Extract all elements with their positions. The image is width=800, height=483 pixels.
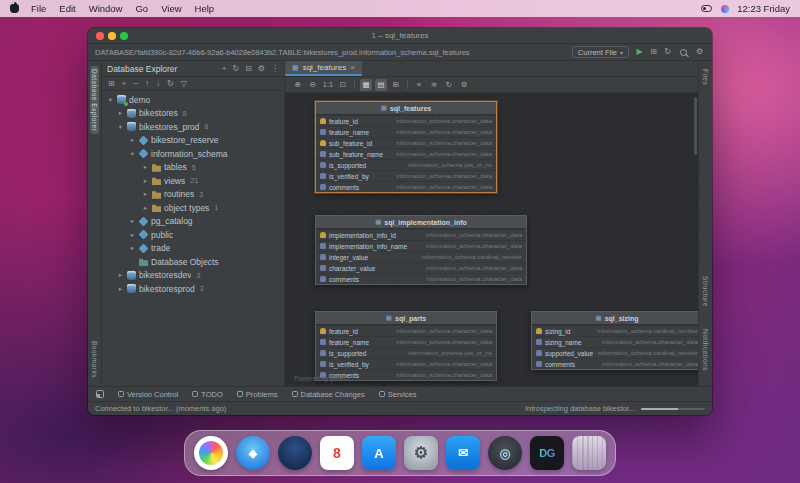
diagram-toolbar-icon[interactable]: ⊕ <box>292 79 304 91</box>
explorer-header-icon[interactable]: ⊟ <box>245 64 252 73</box>
dock-icon[interactable]: ✉ <box>446 436 480 470</box>
tree-item[interactable]: bikestore_reserve <box>102 134 284 148</box>
explorer-toolbar-icon[interactable]: ↑ <box>145 79 149 88</box>
table-column[interactable]: implementation_info_id information_schem… <box>316 229 526 240</box>
table-header[interactable]: sql_parts <box>316 312 496 325</box>
diagram-canvas[interactable]: sql_features feature_id information_sche… <box>285 93 698 386</box>
tree-item[interactable]: views 21 <box>102 174 284 188</box>
tree-item[interactable]: demo <box>102 93 284 107</box>
breadcrumb[interactable]: DATABASE/'fafd390c-82d7-46b6-92a6-b4028e… <box>95 48 567 57</box>
chevron-icon[interactable] <box>129 150 136 158</box>
tree-item[interactable]: public <box>102 228 284 242</box>
chevron-icon[interactable] <box>129 217 136 225</box>
table-column[interactable]: is_verified_by information_schema.charac… <box>316 358 496 369</box>
table-header[interactable]: sql_sizing <box>532 312 698 325</box>
explorer-toolbar-icon[interactable]: − <box>133 79 138 88</box>
tree-item[interactable]: tables 5 <box>102 161 284 175</box>
explorer-toolbar-icon[interactable]: ↻ <box>167 79 174 88</box>
table-column[interactable]: comments information_schema.character_da… <box>532 358 698 369</box>
table-column[interactable]: implementation_info_name information_sch… <box>316 240 526 251</box>
canvas-scrollbar[interactable] <box>694 97 697 155</box>
diagram-table-sql-features[interactable]: sql_features feature_id information_sche… <box>315 101 497 193</box>
window-titlebar[interactable]: 1 – sql_features <box>88 28 712 44</box>
tree-item[interactable]: pg_catalog <box>102 215 284 229</box>
toolwindow-toggle-icon[interactable] <box>96 390 104 398</box>
table-column[interactable]: supported_value information_schema.cardi… <box>532 347 698 358</box>
tree-item[interactable]: Database Objects <box>102 255 284 269</box>
diagram-table-sql-sizing[interactable]: sql_sizing sizing_id information_schema.… <box>531 311 698 370</box>
dock-icon[interactable] <box>194 436 228 470</box>
settings-gear-icon[interactable]: ⚙ <box>694 46 705 58</box>
diagram-toolbar-icon[interactable]: ≡ <box>413 79 425 91</box>
table-column[interactable]: sub_feature_name information_schema.char… <box>316 148 496 159</box>
diagram-toolbar-icon[interactable]: ▦ <box>360 79 372 91</box>
explorer-toolbar-icon[interactable]: ⊞ <box>108 79 115 88</box>
table-header[interactable]: sql_features <box>316 102 496 115</box>
siri-icon[interactable] <box>721 5 729 13</box>
table-column[interactable]: comments information_schema.character_da… <box>316 273 526 284</box>
explorer-toolbar-icon[interactable]: ↓ <box>156 79 160 88</box>
chevron-icon[interactable] <box>117 109 124 117</box>
chevron-icon[interactable] <box>129 231 136 239</box>
diagram-toolbar-icon[interactable] <box>354 80 355 89</box>
tree-item[interactable]: bikestores_prod 8 <box>102 120 284 134</box>
menubar-clock[interactable]: 12:23 Friday <box>737 3 790 14</box>
close-window-button[interactable] <box>96 32 104 40</box>
table-column[interactable]: feature_id information_schema.character_… <box>316 115 496 126</box>
toolwindow-button[interactable]: TODO <box>192 390 223 399</box>
chevron-icon[interactable] <box>129 244 136 252</box>
chevron-icon[interactable] <box>117 271 124 279</box>
tree-item[interactable]: bikestoresprod 3 <box>102 282 284 296</box>
diagram-toolbar-icon[interactable]: ⚙ <box>458 79 470 91</box>
table-header[interactable]: sql_implementation_info <box>316 216 526 229</box>
chevron-icon[interactable] <box>142 190 149 198</box>
toolwindow-button[interactable]: Database Changes <box>292 390 365 399</box>
toolbar-action-icon[interactable]: ▶ <box>634 46 645 58</box>
menu-item[interactable]: View <box>161 3 181 14</box>
chevron-icon[interactable] <box>107 96 114 104</box>
apple-menu-icon[interactable] <box>10 4 19 13</box>
tab-sql-features[interactable]: sql_features <box>285 61 362 76</box>
chevron-icon[interactable] <box>142 204 149 212</box>
diagram-toolbar-icon[interactable]: ⊖ <box>307 79 319 91</box>
toolwindow-button[interactable]: Problems <box>237 390 278 399</box>
chevron-icon[interactable] <box>117 123 124 131</box>
toolbar-action-icon[interactable]: ↻ <box>662 46 673 58</box>
menu-item[interactable]: File <box>31 3 46 14</box>
dock-icon[interactable]: ◎ <box>488 436 522 470</box>
tree-item[interactable]: bikestores 8 <box>102 107 284 121</box>
explorer-header-icon[interactable]: ↻ <box>232 64 239 73</box>
menu-item[interactable]: Window <box>89 3 123 14</box>
chevron-icon[interactable] <box>142 163 149 171</box>
tree-item[interactable]: routines 3 <box>102 188 284 202</box>
table-column[interactable]: feature_name information_schema.characte… <box>316 336 496 347</box>
explorer-toolbar-icon[interactable]: + <box>122 79 127 88</box>
control-center-icon[interactable] <box>701 5 712 12</box>
toolwindow-tab-files[interactable]: Files <box>702 69 709 85</box>
diagram-table-sql-implementation-info[interactable]: sql_implementation_info implementation_i… <box>315 215 527 285</box>
diagram-table-sql-parts[interactable]: sql_parts feature_id information_schema.… <box>315 311 497 381</box>
table-column[interactable]: sub_feature_id information_schema.charac… <box>316 137 496 148</box>
explorer-header-icon[interactable]: + <box>222 64 227 73</box>
dock-icon[interactable]: ◆ <box>236 436 270 470</box>
menu-item[interactable]: Go <box>135 3 148 14</box>
toolwindow-tab-bookmarks[interactable]: Bookmarks <box>91 341 98 378</box>
diagram-toolbar-icon[interactable]: ⊞ <box>390 79 402 91</box>
explorer-toolbar-icon[interactable]: ▽ <box>181 79 187 88</box>
chevron-icon[interactable] <box>117 285 124 293</box>
tab-close-icon[interactable] <box>350 63 355 72</box>
minimize-window-button[interactable] <box>108 32 116 40</box>
dock-icon[interactable] <box>572 436 606 470</box>
tree-item[interactable]: bikestoresdev 3 <box>102 269 284 283</box>
table-column[interactable]: integer_value information_schema.cardina… <box>316 251 526 262</box>
search-icon[interactable] <box>680 49 687 56</box>
diagram-toolbar-icon[interactable] <box>407 80 408 89</box>
diagram-toolbar-icon[interactable]: ⊡ <box>337 79 349 91</box>
chevron-icon[interactable] <box>129 136 136 144</box>
explorer-header-icon[interactable]: ⚙ <box>258 64 265 73</box>
tree-item[interactable]: object types 1 <box>102 201 284 215</box>
dock-icon[interactable]: A <box>362 436 396 470</box>
dock-icon[interactable]: ⚙ <box>404 436 438 470</box>
zoom-window-button[interactable] <box>120 32 128 40</box>
table-column[interactable]: character_value information_schema.chara… <box>316 262 526 273</box>
